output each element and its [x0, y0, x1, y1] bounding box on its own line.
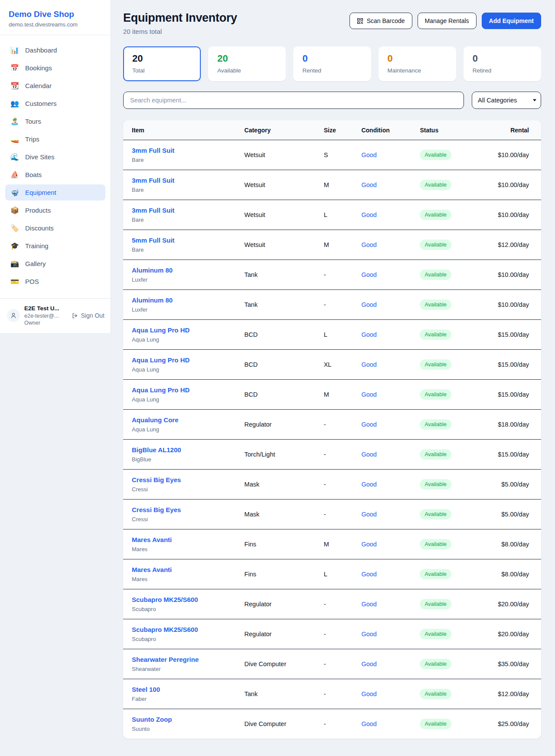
sign-out-button[interactable]: Sign Out	[72, 312, 104, 319]
sidebar-item-dive-sites[interactable]: 🌊Dive Sites	[5, 149, 105, 165]
table-row: 3mm Full SuitBareWetsuitSGoodAvailable$1…	[123, 140, 541, 170]
table-row: BigBlue AL1200BigBlueTorch/Light-GoodAva…	[123, 440, 541, 470]
condition-link[interactable]: Good	[361, 241, 376, 248]
user-avatar-icon	[10, 312, 17, 319]
condition-link[interactable]: Good	[361, 451, 376, 458]
condition-link[interactable]: Good	[361, 631, 376, 638]
condition-link[interactable]: Good	[361, 211, 376, 218]
item-name-link[interactable]: 5mm Full Suit	[132, 237, 240, 244]
item-size: S	[324, 140, 362, 170]
item-name-link[interactable]: 3mm Full Suit	[132, 147, 240, 154]
condition-link[interactable]: Good	[361, 331, 376, 338]
manage-rentals-button[interactable]: Manage Rentals	[418, 13, 477, 29]
user-box: E2E Test U... e2e-tester@... Owner Sign …	[0, 298, 111, 333]
item-name-link[interactable]: Aqua Lung Pro HD	[132, 386, 240, 394]
condition-link[interactable]: Good	[361, 541, 376, 548]
item-name-link[interactable]: Suunto Zoop	[132, 716, 240, 723]
condition-link[interactable]: Good	[361, 391, 376, 398]
add-equipment-label: Add Equipment	[489, 17, 534, 24]
products-icon: 📦	[10, 207, 19, 214]
item-name-link[interactable]: Cressi Big Eyes	[132, 476, 240, 483]
item-name-link[interactable]: Scubapro MK25/S600	[132, 626, 240, 633]
sidebar-item-trips[interactable]: 🚤Trips	[5, 131, 105, 147]
condition-link[interactable]: Good	[361, 571, 376, 578]
stat-card-total[interactable]: 20Total	[123, 46, 201, 81]
item-brand: Cressi	[132, 516, 240, 523]
status-badge: Available	[420, 479, 451, 490]
sign-out-label: Sign Out	[81, 312, 104, 319]
item-name-link[interactable]: Aqua Lung Pro HD	[132, 356, 240, 364]
condition-link[interactable]: Good	[361, 151, 376, 158]
stat-card-rented[interactable]: 0Rented	[293, 46, 371, 81]
condition-link[interactable]: Good	[361, 361, 376, 368]
condition-link[interactable]: Good	[361, 511, 376, 518]
status-badge: Available	[420, 599, 451, 609]
sidebar-nav: 📊Dashboard📅Bookings📆Calendar👥Customers🏝️…	[0, 35, 111, 296]
stat-value: 0	[473, 53, 532, 64]
shop-name[interactable]: Demo Dive Shop	[9, 10, 102, 19]
category-select[interactable]: All Categories	[472, 92, 541, 109]
item-name-link[interactable]: Shearwater Peregrine	[132, 656, 240, 663]
condition-link[interactable]: Good	[361, 661, 376, 667]
table-row: Aqua Lung Pro HDAqua LungBCDLGoodAvailab…	[123, 320, 541, 350]
sidebar-item-customers[interactable]: 👥Customers	[5, 95, 105, 112]
item-name-link[interactable]: BigBlue AL1200	[132, 446, 240, 454]
item-brand: Luxfer	[132, 306, 240, 313]
column-header-rental: Rental	[487, 120, 541, 140]
item-brand: Bare	[132, 187, 240, 193]
column-header-category: Category	[245, 120, 324, 140]
user-name: E2E Test U...	[24, 305, 59, 312]
item-name-link[interactable]: Aluminum 80	[132, 296, 240, 304]
status-badge: Available	[420, 210, 451, 220]
item-brand: Bare	[132, 157, 240, 163]
sidebar-item-gallery[interactable]: 📸Gallery	[5, 256, 105, 272]
item-name-link[interactable]: 3mm Full Suit	[132, 207, 240, 214]
item-name-link[interactable]: 3mm Full Suit	[132, 177, 240, 184]
sidebar-item-calendar[interactable]: 📆Calendar	[5, 78, 105, 94]
search-input[interactable]	[123, 92, 464, 109]
status-badge: Available	[420, 629, 451, 639]
sidebar-item-products[interactable]: 📦Products	[5, 202, 105, 218]
condition-link[interactable]: Good	[361, 421, 376, 428]
status-badge: Available	[420, 270, 451, 280]
scan-barcode-button[interactable]: Scan Barcode	[349, 13, 412, 29]
dive-sites-icon: 🌊	[10, 154, 19, 161]
sidebar-item-discounts[interactable]: 🏷️Discounts	[5, 220, 105, 236]
item-name-link[interactable]: Cressi Big Eyes	[132, 506, 240, 513]
condition-link[interactable]: Good	[361, 301, 376, 308]
item-name-link[interactable]: Scubapro MK25/S600	[132, 596, 240, 603]
add-equipment-button[interactable]: Add Equipment	[482, 13, 541, 29]
sidebar-item-training[interactable]: 🎓Training	[5, 238, 105, 254]
sidebar-item-tours[interactable]: 🏝️Tours	[5, 113, 105, 129]
condition-link[interactable]: Good	[361, 271, 376, 278]
condition-link[interactable]: Good	[361, 601, 376, 608]
condition-link[interactable]: Good	[361, 181, 376, 188]
item-category: Wetsuit	[245, 140, 324, 170]
avatar	[7, 309, 20, 322]
sidebar-item-bookings[interactable]: 📅Bookings	[5, 60, 105, 76]
sidebar-item-pos[interactable]: 💳POS	[5, 273, 105, 289]
item-brand: BigBlue	[132, 456, 240, 463]
item-name-link[interactable]: Mares Avanti	[132, 566, 240, 573]
sidebar-item-dashboard[interactable]: 📊Dashboard	[5, 42, 105, 58]
item-rental: $10.00/day	[487, 200, 541, 230]
equipment-table-card: ItemCategorySizeConditionStatusRental 3m…	[123, 120, 541, 739]
stat-card-available[interactable]: 20Available	[208, 46, 286, 81]
condition-link[interactable]: Good	[361, 720, 376, 727]
sidebar-item-boats[interactable]: ⛵Boats	[5, 167, 105, 183]
condition-link[interactable]: Good	[361, 481, 376, 488]
sidebar-item-label: Training	[25, 242, 49, 250]
condition-link[interactable]: Good	[361, 690, 376, 697]
item-brand: Scubapro	[132, 636, 240, 642]
item-name-link[interactable]: Aqualung Core	[132, 416, 240, 424]
item-name-link[interactable]: Aqua Lung Pro HD	[132, 326, 240, 334]
stat-card-maintenance[interactable]: 0Maintenance	[379, 46, 456, 81]
sidebar-item-label: Dive Sites	[25, 153, 55, 161]
item-size: L	[324, 320, 362, 350]
item-name-link[interactable]: Mares Avanti	[132, 536, 240, 543]
item-name-link[interactable]: Aluminum 80	[132, 266, 240, 274]
column-header-size: Size	[324, 120, 362, 140]
item-name-link[interactable]: Steel 100	[132, 686, 240, 693]
sidebar-item-equipment[interactable]: 🤿Equipment	[5, 184, 105, 201]
stat-card-retired[interactable]: 0Retired	[464, 46, 541, 81]
